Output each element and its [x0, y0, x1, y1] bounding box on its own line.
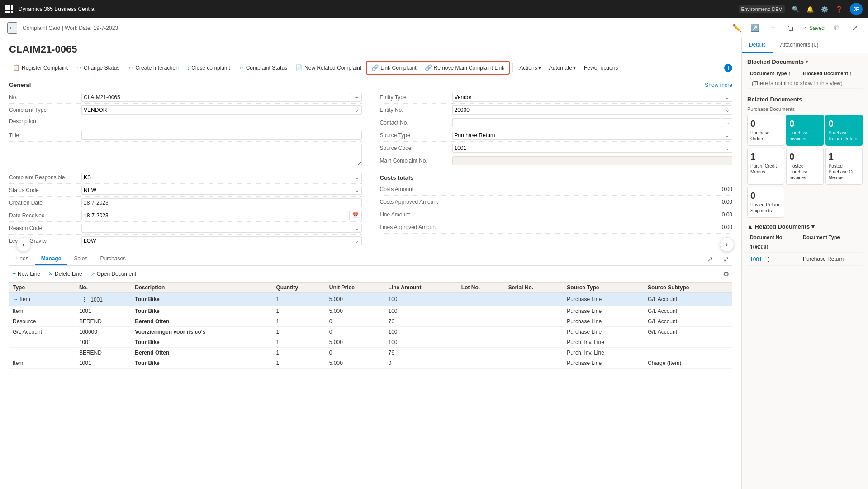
actions-dropdown-button[interactable]: Actions ▾ — [516, 63, 544, 73]
description-textarea[interactable] — [9, 144, 362, 166]
delete-button[interactable]: 🗑 — [785, 22, 797, 34]
complaint-responsible-select[interactable]: KS — [81, 173, 362, 182]
new-related-complaint-button[interactable]: 📄 New Related Complaint — [292, 62, 365, 73]
doc-tile[interactable]: 1Purch. Credit Memos — [747, 148, 784, 185]
lines-expand-button[interactable]: ⤢ — [720, 253, 732, 265]
fewer-options-button[interactable]: Fewer options — [580, 63, 621, 73]
change-status-button[interactable]: ↔ Change Status — [72, 62, 123, 73]
table-row[interactable]: 1001Tour Bike15.000100Purch. Inv. Line — [9, 337, 732, 348]
no-lookup-button[interactable]: ··· — [351, 93, 361, 102]
title-input[interactable] — [81, 131, 362, 140]
table-row[interactable]: ResourceBERENDBerend Otten1076Purchase L… — [9, 316, 732, 327]
right-tab-attachments[interactable]: Attachments (0) — [773, 38, 826, 53]
notification-icon[interactable]: 🔔 — [806, 6, 814, 13]
row-kebab-button[interactable]: ⋮ — [79, 295, 89, 304]
source-code-label: Source Code — [380, 145, 452, 151]
source-code-select[interactable]: 1001 — [452, 144, 733, 153]
table-row[interactable]: BERENDBerend Otten1076Purch. Inv. Line — [9, 348, 732, 358]
tab-manage[interactable]: Manage — [35, 253, 68, 265]
creation-date-input[interactable] — [81, 198, 362, 207]
table-row[interactable]: Item1001Tour Bike15.0000Purchase LineCha… — [9, 358, 732, 369]
entity-no-select[interactable]: 20000 — [452, 105, 733, 115]
open-new-window-button[interactable]: ⧉ — [830, 22, 843, 34]
blocked-docs-title: Blocked Documents ▾ — [747, 58, 863, 65]
doc-tile-label: Purch. Credit Memos — [750, 163, 781, 175]
level-of-gravity-select[interactable]: LOW — [81, 236, 362, 245]
doc-tile[interactable]: 0Purchase Invoices — [786, 115, 823, 146]
help-icon[interactable]: ❓ — [835, 6, 843, 13]
register-complaint-button[interactable]: 📋 Register Complaint — [9, 62, 71, 73]
doc-tile[interactable]: 0Purchase Orders — [747, 115, 784, 146]
page-header: ← Complaint Card | Work Date: 19-7-2023 … — [0, 18, 868, 38]
calendar-button[interactable]: 📅 — [349, 211, 362, 220]
close-icon: ↓ — [187, 64, 190, 71]
user-avatar[interactable]: JP — [850, 3, 863, 15]
no-input[interactable] — [81, 93, 350, 102]
doc-tile[interactable]: 0Purchase Return Orders — [825, 115, 863, 146]
doc-tiles-grid: 0Purchase Orders0Purchase Invoices0Purch… — [747, 115, 863, 218]
link-complaint-button[interactable]: 🔗 Link Complaint — [368, 62, 420, 73]
lines-table-container[interactable]: Type No. Description Quantity Unit Price… — [9, 283, 732, 369]
reason-code-select[interactable] — [81, 224, 362, 233]
lines-table-body: → Item⋮ 1001Tour Bike15.000100Purchase L… — [9, 293, 732, 369]
entity-type-select[interactable]: Vendor — [452, 93, 733, 102]
status-code-select[interactable]: NEW — [81, 186, 362, 195]
lines-settings-button[interactable]: ⚙ — [720, 268, 732, 280]
contact-no-lookup-button[interactable]: ··· — [722, 118, 732, 127]
show-more-link[interactable]: Show more — [705, 82, 732, 88]
new-line-icon: + — [13, 271, 16, 277]
doc-tile-count: 0 — [829, 119, 859, 129]
automate-dropdown-button[interactable]: Automate ▾ — [545, 63, 579, 73]
info-badge: i — [724, 64, 732, 72]
source-code-row: Source Code 1001 — [380, 142, 733, 154]
delete-line-button[interactable]: ✕ Delete Line — [45, 269, 86, 278]
doc-tile-label: Posted Purchase Cr. Memos — [829, 163, 859, 181]
doc-tile[interactable]: 0Posted Purchase Invoices — [786, 148, 823, 185]
close-complaint-button[interactable]: ↓ Close complaint — [183, 62, 234, 73]
doc-tile-label: Posted Purchase Invoices — [789, 163, 820, 181]
doc-row-kebab-button[interactable]: ⋮ — [764, 254, 773, 264]
search-icon[interactable]: 🔍 — [792, 6, 799, 13]
complaint-status-icon: ↔ — [238, 64, 244, 71]
table-row[interactable]: G/L Account160000Voorzieningen voor risi… — [9, 327, 732, 337]
doc-tile[interactable]: 0Posted Return Shipments — [747, 187, 784, 218]
complaint-type-select[interactable]: VENDOR — [81, 105, 362, 115]
lines-table: Type No. Description Quantity Unit Price… — [9, 283, 732, 369]
add-button[interactable]: ＋ — [767, 22, 779, 34]
source-type-select[interactable]: Purchase Return — [452, 131, 733, 140]
costs-title: Costs totals — [380, 174, 733, 181]
settings-icon[interactable]: ⚙️ — [821, 6, 828, 13]
table-row[interactable]: Item1001Tour Bike15.000100Purchase LineG… — [9, 306, 732, 316]
claim-id: CLAIM21-0065 — [9, 43, 732, 55]
collapse-button[interactable]: ⤢ — [848, 22, 861, 34]
tab-lines[interactable]: Lines — [9, 253, 35, 265]
prev-nav-arrow[interactable]: ‹ — [16, 237, 31, 252]
header-actions: ✏️ ↗️ ＋ 🗑 ✓ Saved ⧉ ⤢ — [730, 22, 861, 34]
edit-button[interactable]: ✏️ — [730, 22, 743, 34]
right-tab-details[interactable]: Details — [742, 38, 773, 53]
creation-date-row: Creation Date — [9, 197, 362, 209]
date-received-input[interactable] — [81, 211, 348, 220]
register-icon: 📋 — [13, 64, 20, 71]
lines-approved-amount-label: Lines Approved Amount — [380, 224, 452, 230]
tab-purchases[interactable]: Purchases — [94, 253, 132, 265]
doc-no-link[interactable]: 1001 — [750, 256, 762, 263]
next-nav-arrow[interactable]: › — [720, 237, 734, 252]
share-button[interactable]: ↗️ — [749, 22, 761, 34]
chevron-down-icon: ▾ — [538, 65, 541, 71]
back-button[interactable]: ← — [7, 22, 17, 34]
entity-no-select-container: 20000 — [452, 105, 733, 115]
app-title: Dynamics 365 Business Central — [19, 6, 95, 12]
doc-tile[interactable]: 1Posted Purchase Cr. Memos — [825, 148, 863, 185]
form-scroll-area[interactable]: General Show more No. ··· — [0, 77, 741, 489]
lines-share-button[interactable]: ↗ — [703, 253, 716, 265]
new-line-button[interactable]: + New Line — [9, 269, 44, 278]
main-complaint-no-input[interactable] — [452, 156, 733, 165]
complaint-status-button[interactable]: ↔ Complaint Status — [235, 62, 291, 73]
contact-no-input[interactable] — [452, 118, 721, 127]
create-interaction-button[interactable]: ↔ Create Interaction — [124, 62, 182, 73]
remove-main-complaint-link-button[interactable]: 🔗 Remove Main Complaint Link — [421, 62, 508, 73]
open-document-button[interactable]: ↗ Open Document — [87, 269, 140, 278]
tab-sales[interactable]: Sales — [67, 253, 94, 265]
table-row[interactable]: → Item⋮ 1001Tour Bike15.000100Purchase L… — [9, 293, 732, 306]
